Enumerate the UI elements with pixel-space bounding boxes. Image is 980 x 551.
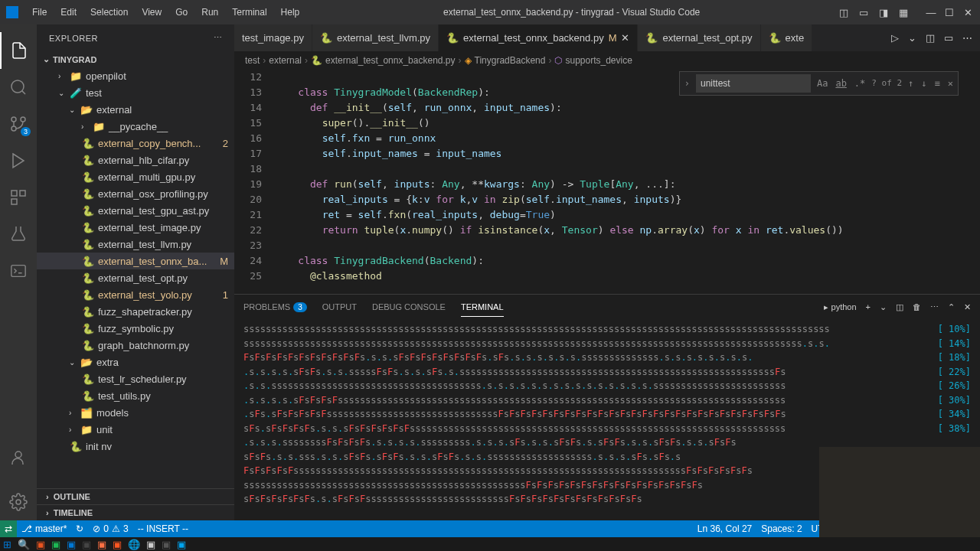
find-filter-icon[interactable]: ≡ xyxy=(933,74,942,93)
tree-file[interactable]: 🐍external_test_yolo.py1 xyxy=(37,286,234,303)
match-case-icon[interactable]: Aa xyxy=(815,74,829,93)
task-icon[interactable]: ▣ xyxy=(36,539,45,550)
task-icon[interactable]: ▣ xyxy=(82,539,91,550)
indent-status[interactable]: Spaces: 2 xyxy=(756,523,806,534)
search-taskbar-icon[interactable]: 🔍 xyxy=(18,539,30,550)
tab[interactable]: 🐍external_test_opt.py xyxy=(638,24,760,51)
tree-file[interactable]: 🐍external_test_llvm.py xyxy=(37,236,234,253)
tab-close-icon[interactable]: ✕ xyxy=(621,32,629,44)
tab-active[interactable]: 🐍external_test_onnx_backend.pyM✕ xyxy=(439,24,638,51)
menu-go[interactable]: Go xyxy=(169,4,194,21)
task-icon[interactable]: ▣ xyxy=(177,539,186,550)
menu-view[interactable]: View xyxy=(136,4,168,21)
tree-folder[interactable]: ⌄📂external xyxy=(37,101,234,118)
tree-file[interactable]: 🐍external_copy_bench...2 xyxy=(37,135,234,152)
tree-file[interactable]: 🐍external_test_image.py xyxy=(37,219,234,236)
terminal-panel-icon[interactable] xyxy=(0,253,37,289)
more-icon[interactable]: ⋯ xyxy=(214,33,223,43)
panel-tab-output[interactable]: OUTPUT xyxy=(322,298,357,316)
chevron-down-icon[interactable]: ⌄ xyxy=(908,32,916,44)
explorer-icon[interactable] xyxy=(0,32,37,69)
tree-folder[interactable]: ›📁openpilot xyxy=(37,67,234,84)
find-prev-icon[interactable]: ↑ xyxy=(906,74,915,93)
task-icon[interactable]: ▣ xyxy=(146,539,155,550)
tree-file[interactable]: 🐍external_test_gpu_ast.py xyxy=(37,202,234,219)
tree-file[interactable]: 🐍external_test_opt.py xyxy=(37,269,234,286)
tree-folder[interactable]: ⌄🧪test xyxy=(37,84,234,101)
testing-icon[interactable] xyxy=(0,216,37,253)
menu-help[interactable]: Help xyxy=(275,4,306,21)
menu-run[interactable]: Run xyxy=(195,4,224,21)
new-terminal-icon[interactable]: + xyxy=(866,302,871,311)
maximize-panel-icon[interactable]: ⌃ xyxy=(948,302,955,312)
tree-file[interactable]: 🐍graph_batchnorm.py xyxy=(37,337,234,354)
terminal-dropdown-icon[interactable]: ⌄ xyxy=(880,302,887,312)
find-input[interactable] xyxy=(696,74,811,93)
menu-selection[interactable]: Selection xyxy=(84,4,134,21)
split-icon[interactable]: ◫ xyxy=(926,32,935,44)
kill-terminal-icon[interactable]: 🗑 xyxy=(913,302,921,311)
task-icon[interactable]: ▣ xyxy=(113,539,122,550)
extensions-icon[interactable] xyxy=(0,179,37,216)
task-icon[interactable]: 🌐 xyxy=(128,539,140,550)
layout-panel-bottom-icon[interactable]: ▭ xyxy=(858,6,870,18)
menu-edit[interactable]: Edit xyxy=(54,4,83,21)
tree-file-active[interactable]: 🐍external_test_onnx_ba...M xyxy=(37,253,234,269)
maximize-icon[interactable]: ☐ xyxy=(943,6,956,18)
tree-file[interactable]: 🐍external_hlb_cifar.py xyxy=(37,152,234,168)
panel-tab-debug[interactable]: DEBUG CONSOLE xyxy=(372,298,446,316)
search-icon[interactable] xyxy=(0,69,37,106)
source-control-icon[interactable]: 3 xyxy=(0,106,37,142)
menu-file[interactable]: File xyxy=(26,4,53,21)
task-icon[interactable]: ▣ xyxy=(97,539,106,550)
editor-content[interactable]: › Aa ab .* ? of 2 ↑ ↓ ≡ ✕ 12 13 class Ti… xyxy=(234,70,980,294)
tree-file[interactable]: 🐍test_lr_scheduler.py xyxy=(37,370,234,387)
regex-icon[interactable]: .* xyxy=(853,74,867,93)
problems-status[interactable]: ⊘0 ⚠3 xyxy=(88,523,132,534)
more-icon[interactable]: ⋯ xyxy=(930,302,939,312)
find-next-icon[interactable]: ↓ xyxy=(920,74,928,93)
start-icon[interactable]: ⊞ xyxy=(3,539,11,550)
match-word-icon[interactable]: ab xyxy=(834,74,848,93)
run-debug-icon[interactable] xyxy=(0,142,37,179)
tree-file[interactable]: 🐍external_multi_gpu.py xyxy=(37,168,234,185)
workspace-root[interactable]: ⌄TINYGRAD xyxy=(37,51,234,67)
tab[interactable]: 🐍exte xyxy=(761,24,813,51)
remote-indicator[interactable]: ⇄ xyxy=(0,520,17,537)
cursor-position[interactable]: Ln 36, Col 27 xyxy=(693,523,756,534)
split-terminal-icon[interactable]: ◫ xyxy=(896,302,903,312)
task-icon[interactable]: ▣ xyxy=(162,539,171,550)
close-icon[interactable]: ✕ xyxy=(962,6,974,18)
layout-sidebar-icon[interactable]: ◨ xyxy=(877,6,890,18)
code-body[interactable]: 12 13 class TinygradModel(BackendRep): 1… xyxy=(234,70,980,284)
task-icon[interactable]: ▣ xyxy=(67,539,76,550)
find-close-icon[interactable]: ✕ xyxy=(946,74,955,93)
tree-folder[interactable]: ⌄📂extra xyxy=(37,354,234,370)
breadcrumb[interactable]: test› external› 🐍external_test_onnx_back… xyxy=(234,51,980,70)
account-icon[interactable] xyxy=(0,439,37,476)
tree-folder[interactable]: ›🗂️models xyxy=(37,404,234,421)
tree-file[interactable]: 🐍test_utils.py xyxy=(37,387,234,404)
run-icon[interactable]: ▷ xyxy=(891,32,899,44)
git-branch[interactable]: ⎇master* xyxy=(17,523,71,534)
task-icon[interactable]: ▣ xyxy=(51,539,60,550)
tree-file[interactable]: 🐍external_osx_profiling.py xyxy=(37,185,234,202)
menu-terminal[interactable]: Terminal xyxy=(226,4,273,21)
terminal-shell-select[interactable]: ▸ python xyxy=(824,302,856,312)
layout-panel-left-icon[interactable]: ◫ xyxy=(838,6,850,18)
tree-file[interactable]: 🐍fuzz_shapetracker.py xyxy=(37,303,234,320)
outline-section[interactable]: ›OUTLINE xyxy=(37,488,234,504)
diff-icon[interactable]: ▭ xyxy=(944,32,953,44)
find-expand-icon[interactable]: › xyxy=(683,74,691,93)
sync-icon[interactable]: ↻ xyxy=(71,523,88,534)
tree-folder[interactable]: ›📁__pycache__ xyxy=(37,118,234,135)
tree-file[interactable]: 🐍fuzz_symbolic.py xyxy=(37,320,234,337)
layout-custom-icon[interactable]: ▦ xyxy=(897,6,910,18)
timeline-section[interactable]: ›TIMELINE xyxy=(37,504,234,520)
tab[interactable]: 🐍external_test_llvm.py xyxy=(312,24,439,51)
os-taskbar[interactable]: ⊞ 🔍 ▣ ▣ ▣ ▣ ▣ ▣ 🌐 ▣ ▣ ▣ xyxy=(0,537,980,551)
close-panel-icon[interactable]: ✕ xyxy=(964,302,971,312)
panel-tab-problems[interactable]: PROBLEMS3 xyxy=(243,298,307,316)
minimize-icon[interactable]: — xyxy=(925,6,937,18)
tree-folder[interactable]: ›📁unit xyxy=(37,421,234,438)
